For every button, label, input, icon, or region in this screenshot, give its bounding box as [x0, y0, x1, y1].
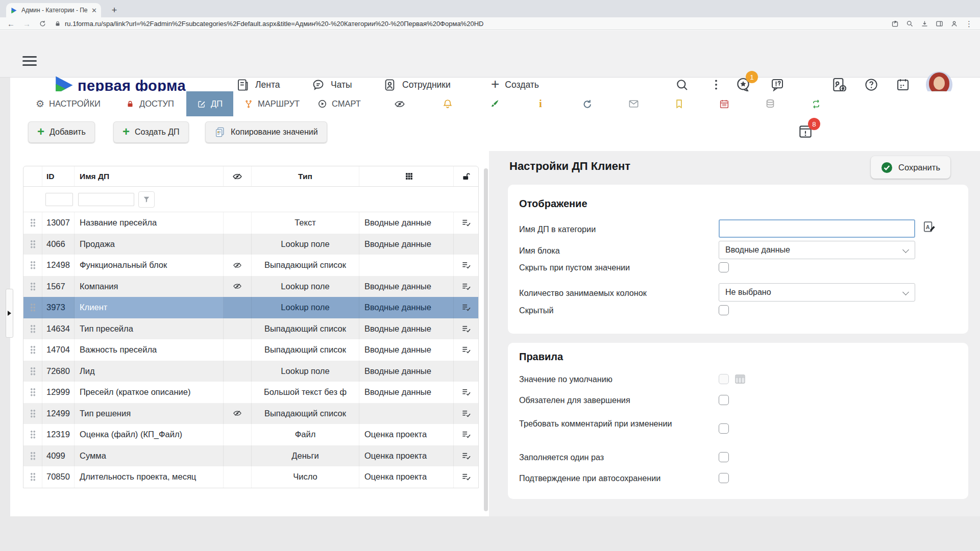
- columns-select[interactable]: Не выбрано: [719, 283, 915, 302]
- profile-icon[interactable]: [950, 20, 958, 28]
- notifications-toggle[interactable]: [442, 91, 453, 116]
- header-name[interactable]: Имя ДП: [75, 166, 224, 186]
- hidden-checkbox[interactable]: [719, 305, 729, 315]
- mail-button[interactable]: [628, 91, 640, 116]
- bookmark-button[interactable]: [674, 91, 684, 116]
- vertical-splitter[interactable]: [484, 168, 488, 511]
- filter-button[interactable]: [138, 191, 155, 208]
- row-list-check-icon[interactable]: [454, 466, 478, 488]
- hide-empty-checkbox[interactable]: [719, 262, 729, 272]
- database-button[interactable]: [765, 91, 776, 116]
- drag-handle-icon[interactable]: [23, 255, 42, 276]
- back-icon[interactable]: ←: [7, 20, 15, 28]
- fill-once-checkbox[interactable]: [719, 452, 729, 462]
- save-button[interactable]: Сохранить: [871, 156, 950, 179]
- drag-handle-icon[interactable]: [23, 297, 42, 318]
- table-row[interactable]: 4099СуммаДеньгиОценка проекта: [23, 445, 478, 467]
- drag-handle-icon[interactable]: [23, 318, 42, 340]
- row-action-cell: [454, 234, 478, 255]
- confirm-autosave-checkbox[interactable]: [719, 473, 729, 483]
- table-row[interactable]: 12319Оценка (файл) (КП_Файл)ФайлОценка п…: [23, 424, 478, 445]
- block-name-select[interactable]: Вводные данные: [719, 241, 915, 259]
- row-list-check-icon[interactable]: [454, 445, 478, 467]
- reload-icon[interactable]: [39, 20, 46, 28]
- forward-icon[interactable]: →: [23, 20, 31, 28]
- url-field[interactable]: ru.1forma.ru/spa/link?url=%2Fadmin%2Fsub…: [55, 20, 883, 28]
- drag-handle-icon[interactable]: [23, 212, 42, 234]
- default-value-checkbox[interactable]: [719, 374, 729, 384]
- translate-icon[interactable]: А: [922, 220, 936, 235]
- default-value-table-icon[interactable]: [734, 373, 746, 385]
- tab-settings[interactable]: ⚙ НАСТРОЙКИ: [36, 91, 101, 116]
- schedule-button[interactable]: [719, 91, 730, 116]
- row-list-check-icon[interactable]: [454, 297, 478, 318]
- red-calendar-icon: [719, 98, 730, 110]
- tab-access[interactable]: ДОСТУП: [126, 91, 174, 116]
- header-unlock-icon[interactable]: [454, 166, 478, 186]
- visibility-toggle[interactable]: [394, 91, 405, 116]
- create-dp-button[interactable]: + Создать ДП: [113, 121, 189, 143]
- browser-menu-icon[interactable]: ⋮: [965, 20, 973, 28]
- table-row[interactable]: 12999Пресейл (краткое описание)Большой т…: [23, 382, 478, 403]
- drag-handle-icon[interactable]: [23, 403, 42, 424]
- panel-collapse-handle[interactable]: [6, 289, 13, 338]
- design-button[interactable]: [489, 91, 500, 116]
- new-tab-button[interactable]: +: [108, 4, 120, 16]
- table-row[interactable]: 3973КлиентLookup полеВводные данные: [23, 297, 478, 318]
- row-list-check-icon[interactable]: [454, 424, 478, 445]
- drag-handle-icon[interactable]: [23, 339, 42, 361]
- row-eye-cell: [224, 297, 252, 318]
- browser-tab[interactable]: Админ - Категории - Первая ✕: [6, 3, 101, 17]
- header-hidden-eye-icon[interactable]: [224, 166, 252, 186]
- table-row[interactable]: 12498Функциональный блокВыпадающий списо…: [23, 255, 478, 276]
- row-list-check-icon[interactable]: [454, 212, 478, 234]
- table-row[interactable]: 4066ПродажаLookup полеВводные данные: [23, 234, 478, 255]
- header-block-grid-icon[interactable]: [359, 166, 454, 186]
- tab-smart[interactable]: СМАРТ: [317, 91, 361, 116]
- row-list-check-icon[interactable]: [454, 339, 478, 361]
- table-row[interactable]: 70850Длительность проекта, месяцЧислоОце…: [23, 466, 478, 488]
- row-block: Вводные данные: [359, 318, 454, 340]
- add-button[interactable]: + Добавить: [28, 121, 95, 143]
- row-list-check-icon[interactable]: [454, 403, 478, 424]
- download-icon[interactable]: [921, 20, 928, 28]
- zoom-icon[interactable]: [906, 20, 914, 28]
- filter-name-input[interactable]: [78, 193, 134, 206]
- table-row[interactable]: 14704Важность пресейлаВыпадающий списокВ…: [23, 339, 478, 361]
- header-type[interactable]: Тип: [252, 166, 359, 186]
- drag-handle-icon[interactable]: [23, 445, 42, 467]
- header-id[interactable]: ID: [42, 166, 75, 186]
- info-button[interactable]: i: [539, 91, 542, 116]
- open-in-new-icon[interactable]: [891, 20, 899, 28]
- required-checkbox[interactable]: [719, 395, 729, 405]
- drag-handle-icon[interactable]: [23, 466, 42, 488]
- sidebar-icon[interactable]: [936, 20, 943, 28]
- table-row[interactable]: 72680ЛидLookup полеВводные данные: [23, 361, 478, 382]
- drag-handle-icon[interactable]: [23, 361, 42, 382]
- row-id: 13007: [42, 212, 75, 234]
- row-list-check-icon[interactable]: [454, 255, 478, 276]
- table-row[interactable]: 13007Название пресейлаТекстВводные данны…: [23, 212, 478, 234]
- drag-handle-icon[interactable]: [23, 234, 42, 255]
- require-comment-checkbox[interactable]: [719, 423, 729, 434]
- drag-handle-icon[interactable]: [23, 382, 42, 403]
- copy-values-button[interactable]: Копирование значений: [205, 121, 327, 143]
- drag-handle-icon[interactable]: [23, 276, 42, 297]
- row-list-check-icon[interactable]: [454, 318, 478, 340]
- row-list-check-icon[interactable]: [454, 382, 478, 403]
- refresh-button[interactable]: [582, 91, 593, 116]
- rules-card: Правила Значение по умолчанию Обязателен…: [508, 343, 968, 499]
- filter-id-input[interactable]: [45, 193, 73, 206]
- close-tab-icon[interactable]: ✕: [91, 7, 97, 14]
- table-row[interactable]: 14634Тип пресейлаВыпадающий списокВводны…: [23, 318, 478, 340]
- drag-handle-icon[interactable]: [23, 424, 42, 445]
- table-row[interactable]: 1567КомпанияLookup полеВводные данные: [23, 276, 478, 297]
- transfer-button[interactable]: [811, 91, 822, 116]
- table-row[interactable]: 12499Тип решенияВыпадающий список: [23, 403, 478, 424]
- tab-dp[interactable]: ДП: [186, 91, 233, 116]
- block-name-value: Вводные данные: [725, 245, 790, 255]
- row-list-check-icon[interactable]: [454, 276, 478, 297]
- tab-route[interactable]: МАРШРУТ: [244, 91, 300, 116]
- hamburger-menu-icon[interactable]: [22, 56, 37, 66]
- name-in-category-input[interactable]: [719, 219, 915, 238]
